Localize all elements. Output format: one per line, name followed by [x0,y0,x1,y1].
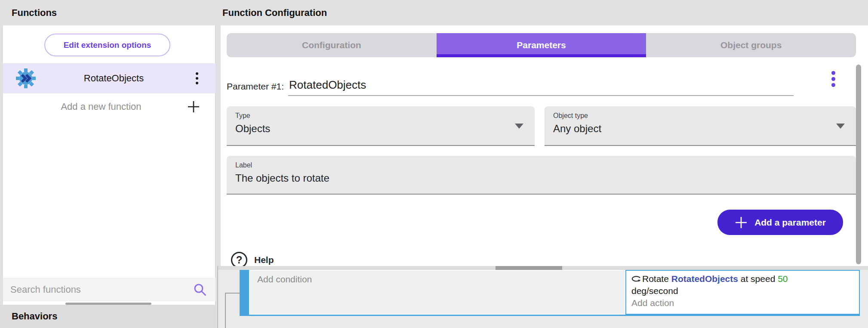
label-field-label: Label [235,161,847,169]
action-speed-value: 50 [778,274,788,284]
help-section[interactable]: Help [231,252,274,266]
action-object-reference: RotatedObjects [671,274,738,284]
function-name-label: RotateObjects [36,73,191,84]
type-select-label: Type [235,112,526,120]
add-condition-label: Add condition [257,274,312,284]
function-list-item-rotateobjects[interactable]: RotateObjects [3,63,215,93]
behaviors-label: Behaviors [12,311,57,322]
search-functions-bar [3,278,215,301]
configuration-tab-bar: Configuration Parameters Object groups [227,33,856,57]
action-cell: Rotate RotatedObjects at speed 50 deg/se… [625,270,860,315]
event-drag-handle[interactable] [240,270,249,315]
parameter-type-select[interactable]: Type Objects [227,106,535,146]
edit-extension-options-button[interactable]: Edit extension options [44,34,170,56]
parameter-name-input[interactable] [288,78,794,96]
plus-icon [187,100,200,113]
object-type-select-label: Object type [553,112,847,120]
function-configuration-title: Function Configuration [222,7,327,19]
parameter-number-label: Parameter #1: [227,81,284,96]
tab-object-groups[interactable]: Object groups [646,33,856,57]
events-scrollbar-track[interactable] [218,266,868,270]
plus-icon [735,216,748,229]
behaviors-section-header[interactable]: Behaviors [0,305,216,328]
action-text-middle: at speed [738,274,778,284]
object-type-select[interactable]: Object type Any object [545,106,856,146]
functions-panel-title: Functions [12,7,57,19]
search-functions-input[interactable] [3,284,193,295]
label-field-value: The objects to rotate [235,172,847,184]
help-label: Help [254,255,274,265]
add-new-function-label: Add a new function [3,101,187,112]
rotate-action-unit[interactable]: deg/second [631,285,854,297]
events-scrollbar-thumb[interactable] [496,266,562,270]
parameter-name-row: Parameter #1: [227,70,829,96]
event-row[interactable]: Add condition Rotate RotatedObjects at s… [240,270,860,316]
add-new-function-row[interactable]: Add a new function [3,93,215,120]
function-configuration-panel: Configuration Parameters Object groups P… [221,25,868,266]
events-sheet: Add condition Rotate RotatedObjects at s… [217,266,868,328]
dialog-scrollbar-thumb[interactable] [856,65,861,264]
chevron-down-icon [515,124,523,129]
chevron-down-icon [836,124,845,129]
add-parameter-button[interactable]: Add a parameter [717,210,843,235]
tab-parameters[interactable]: Parameters [437,33,646,57]
top-header-strip: Functions Function Configuration [0,0,868,25]
add-parameter-label: Add a parameter [754,217,826,228]
add-condition-cell[interactable]: Add condition [249,270,625,315]
object-type-select-value: Any object [553,123,847,135]
search-icon[interactable] [193,283,207,297]
subevent-connector-line [225,293,240,294]
rotate-icon [631,275,642,283]
rotate-action[interactable]: Rotate RotatedObjects at speed 50 [631,273,854,285]
parameter-more-options-icon[interactable] [827,68,840,90]
action-text-suffix: deg/second [631,286,678,296]
functions-sidebar: Edit extension options RotateObjects Add… [3,25,215,328]
add-action-link[interactable]: Add action [631,297,854,309]
function-more-options-icon[interactable] [191,70,203,87]
parameter-label-field[interactable]: Label The objects to rotate [227,156,856,195]
function-gear-icon [15,68,36,89]
help-icon [231,252,247,266]
tab-configuration[interactable]: Configuration [227,33,437,57]
type-select-value: Objects [235,123,526,135]
subevent-connector-line [225,293,226,328]
action-text-prefix: Rotate [642,274,671,284]
